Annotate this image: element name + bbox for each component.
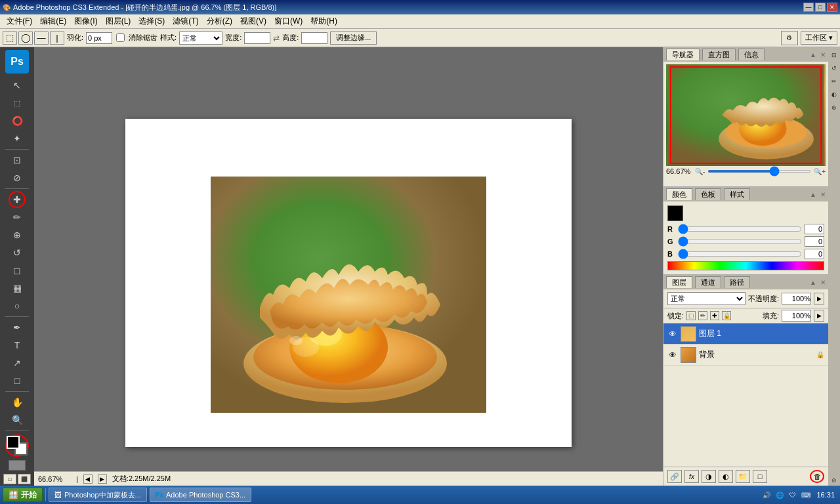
tool-history-brush[interactable]: ↺ [9,244,26,261]
canvas-area[interactable]: 66.67% | ◀ ▶ 文档:2.25M/2.25M [34,47,663,486]
style-select[interactable]: 正常 固定比例 固定大小 [179,32,222,45]
taskbar-item-photoshop-tutorial[interactable]: 🖼 Photoshop中加蒙板去... [49,488,147,502]
workspace-button[interactable]: 工作区 ▾ [801,32,837,45]
status-nav-prev[interactable]: ◀ [83,474,93,484]
g-value[interactable]: 0 [805,236,824,247]
close-button[interactable]: ✕ [827,3,837,12]
opacity-input[interactable] [782,293,811,304]
lock-transparent-icon[interactable]: ⬚ [686,311,696,320]
active-color-swatch[interactable] [667,205,683,221]
menu-layer[interactable]: 图层(L) [102,14,135,28]
tool-lasso[interactable]: ⭕ [9,112,26,129]
tab-paths[interactable]: 路径 [724,276,750,288]
tool-options-ellipse[interactable]: ◯ [18,32,33,45]
tool-dodge[interactable]: ○ [9,297,26,314]
layer-item-background[interactable]: 👁 背景 🔒 [663,345,828,366]
tool-options-rect[interactable]: ⬚ [3,32,17,45]
nav-zoom-out[interactable]: 🔍- [695,168,705,175]
lock-move-icon[interactable]: ✚ [710,311,719,320]
tool-options-col[interactable]: | [50,32,64,45]
fill-expand-btn[interactable]: ▶ [814,310,824,322]
r-value[interactable]: 0 [805,224,824,234]
tray-icon-keyboard[interactable]: ⌨ [801,490,811,500]
workspace-options-icon[interactable]: ⚙ [781,31,798,45]
layer-mode-select[interactable]: 正常 溶解 正片叠底 [667,292,746,305]
tool-brush[interactable]: ✏ [9,209,26,226]
r-slider[interactable] [678,224,802,234]
tool-options-row[interactable]: — [34,32,49,45]
delete-layer-button[interactable]: 🗑 [810,470,824,483]
tab-channels[interactable]: 通道 [695,276,721,288]
link-layers-button[interactable]: 🔗 [667,470,682,483]
layer-item-layer1[interactable]: 👁 图层 1 [663,324,828,345]
menu-file[interactable]: 文件(F) [3,14,36,28]
panel-icon-history[interactable]: ↺ [829,63,839,74]
minimize-button[interactable]: — [803,3,814,12]
color-collapse[interactable]: ▲ [810,191,816,198]
tool-marquee[interactable]: ⬚ [9,94,26,112]
color-swatch-container[interactable] [5,434,29,457]
tray-icon-sound[interactable]: 🔊 [761,490,772,500]
tab-color[interactable]: 颜色 [666,188,692,200]
layers-close[interactable]: ✕ [820,279,826,286]
tab-styles[interactable]: 样式 [724,188,750,200]
menu-image[interactable]: 图像(I) [70,14,101,28]
tool-shape[interactable]: □ [9,372,26,389]
menu-edit[interactable]: 编辑(E) [36,14,70,28]
layer1-visibility-toggle[interactable]: 👁 [667,329,678,339]
tool-hand[interactable]: ✋ [9,394,26,411]
tool-pen[interactable]: ✒ [9,319,26,336]
tool-crop[interactable]: ⊡ [9,152,26,169]
tab-layers[interactable]: 图层 [666,276,692,288]
menu-select[interactable]: 选择(S) [135,14,169,28]
feather-input[interactable] [86,32,112,44]
menu-analyze[interactable]: 分析(Z) [203,14,236,28]
tool-path-select[interactable]: ↗ [9,354,26,371]
navigator-collapse[interactable]: ▲ [810,51,816,58]
navigator-close[interactable]: ✕ [820,51,826,58]
tool-healing-brush[interactable]: ✚ [9,191,26,208]
panel-icon-bottom[interactable]: ⊘ [829,475,839,486]
width-input[interactable] [244,32,270,44]
opacity-expand-btn[interactable]: ▶ [814,293,824,304]
tool-arrow[interactable]: ↖ [9,77,26,94]
tool-zoom[interactable]: 🔍 [9,411,26,429]
fill-input[interactable] [782,310,811,322]
tool-magic-wand[interactable]: ✦ [9,130,26,147]
tab-info[interactable]: 信息 [738,49,765,60]
tab-swatches[interactable]: 色板 [695,188,721,200]
start-button[interactable]: 🪟 开始 [3,488,43,502]
tray-icon-shield[interactable]: 🛡 [788,490,798,500]
layers-collapse[interactable]: ▲ [810,279,816,286]
tab-navigator[interactable]: 导航器 [666,49,700,60]
maximize-button[interactable]: □ [815,3,826,12]
b-value[interactable]: 0 [805,249,824,259]
tray-icon-network[interactable]: 🌐 [774,490,785,500]
lock-all-icon[interactable]: 🔒 [722,311,731,320]
tool-text[interactable]: T [9,337,26,354]
panel-icon-navigator[interactable]: ⊡ [829,50,839,60]
tool-eraser[interactable]: ◻ [9,262,26,279]
panel-icon-adjust[interactable]: ◐ [829,89,839,100]
menu-window[interactable]: 窗口(W) [270,14,306,28]
menu-view[interactable]: 视图(V) [236,14,270,28]
tool-gradient[interactable]: ▦ [9,280,26,297]
status-nav-next[interactable]: ▶ [98,474,107,484]
background-visibility-toggle[interactable]: 👁 [667,350,678,360]
antialias-checkbox[interactable] [116,33,125,42]
tool-stamp[interactable]: ⊕ [9,226,26,243]
tool-eyedropper[interactable]: ⊘ [9,169,26,186]
foreground-color[interactable] [7,436,20,449]
add-style-button[interactable]: fx [684,470,699,483]
new-adjustment-button[interactable]: ◐ [719,470,733,483]
menu-help[interactable]: 帮助(H) [306,14,341,28]
taskbar-item-photoshop-cs3[interactable]: Ps Adobe Photoshop CS3... [150,488,251,502]
adjust-edges-button[interactable]: 调整边缘... [330,32,377,45]
nav-zoom-slider[interactable] [707,170,811,173]
tab-histogram[interactable]: 直方图 [702,49,736,60]
lock-paint-icon[interactable]: ✏ [698,311,707,320]
color-spectrum-bar[interactable] [667,261,824,270]
quick-mask-btn[interactable] [9,460,26,471]
menu-filter[interactable]: 滤镜(T) [169,14,202,28]
new-layer-button[interactable]: □ [753,470,767,483]
